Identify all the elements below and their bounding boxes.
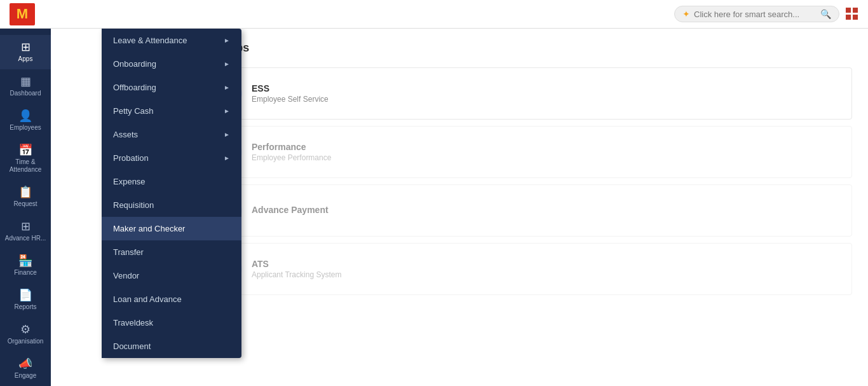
dropdown-item-maker-checker[interactable]: Maker and Checker bbox=[102, 217, 241, 240]
dropdown-item-offboarding[interactable]: Offboarding ► bbox=[102, 76, 241, 99]
sidebar-label-organisation: Organisation bbox=[8, 338, 44, 345]
dropdown-item-loan-advance[interactable]: Loan and Advance bbox=[102, 287, 241, 311]
organisation-icon: ⚙ bbox=[20, 324, 31, 335]
dropdown-item-assets[interactable]: Assets ► bbox=[102, 123, 241, 146]
sidebar-label-employees: Employees bbox=[10, 124, 41, 132]
app-card-advance-payment[interactable]: 💳 Advance Payment bbox=[203, 184, 852, 237]
logo-letter: M bbox=[17, 7, 28, 21]
dropdown-item-traveldesk[interactable]: Traveldesk bbox=[102, 311, 241, 334]
sidebar-label-reports: Reports bbox=[14, 303, 36, 311]
sidebar-label-apps: Apps bbox=[18, 55, 33, 63]
app-card-ats[interactable]: 📂 ATS Applicant Tracking System bbox=[203, 243, 852, 295]
sidebar-item-dashboard[interactable]: ▦ Dashboard bbox=[0, 69, 51, 104]
sidebar-item-apps[interactable]: ⊞ Apps bbox=[0, 35, 51, 69]
reports-icon: 📄 bbox=[18, 289, 32, 301]
arrow-icon: ► bbox=[224, 60, 230, 67]
header-right: ✦ 🔍 bbox=[674, 6, 858, 22]
advance-hr-icon: ⊞ bbox=[21, 221, 31, 232]
app-info-ats: ATS Applicant Tracking System bbox=[252, 259, 341, 279]
search-bar[interactable]: ✦ 🔍 bbox=[674, 6, 839, 22]
app-info-performance: Performance Employee Performance bbox=[252, 142, 331, 162]
sidebar-label-finance: Finance bbox=[14, 269, 37, 277]
dropdown-item-document[interactable]: Document bbox=[102, 334, 241, 358]
sidebar-item-time-attendance[interactable]: 📅 Time &Attendance bbox=[0, 138, 51, 180]
app-card-performance[interactable]: 📊 Performance Employee Performance bbox=[203, 126, 852, 178]
dropdown-item-onboarding[interactable]: Onboarding ► bbox=[102, 52, 241, 76]
engage-icon: 📣 bbox=[18, 358, 32, 369]
arrow-icon: ► bbox=[224, 131, 230, 138]
app-name-advance-payment: Advance Payment bbox=[252, 205, 329, 215]
app-logo[interactable]: M bbox=[10, 3, 35, 25]
dropdown-item-leave-attendance[interactable]: Leave & Attendance ► bbox=[102, 29, 241, 52]
dropdown-item-transfer[interactable]: Transfer bbox=[102, 240, 241, 264]
app-desc-ats: Applicant Tracking System bbox=[252, 270, 341, 279]
sidebar-item-finance[interactable]: 🏪 Finance bbox=[0, 249, 51, 283]
sidebar-item-advance-hr[interactable]: ⊞ Advance HR... bbox=[0, 214, 51, 249]
search-input[interactable] bbox=[694, 10, 817, 19]
arrow-icon: ► bbox=[224, 155, 230, 162]
app-info-advance-payment: Advance Payment bbox=[252, 205, 329, 216]
sidebar-label-time: Time &Attendance bbox=[10, 158, 42, 174]
grid-icon[interactable] bbox=[846, 8, 858, 20]
dropdown-item-requisition[interactable]: Requisition bbox=[102, 193, 241, 217]
sidebar-label-engage: Engage bbox=[15, 372, 36, 380]
apps-icon: ⊞ bbox=[21, 41, 31, 53]
sidebar: ⊞ Apps ▦ Dashboard 👤 Employees 📅 Time &A… bbox=[0, 29, 51, 386]
sidebar-label-dashboard: Dashboard bbox=[10, 90, 41, 97]
finance-icon: 🏪 bbox=[18, 255, 32, 266]
dashboard-icon: ▦ bbox=[20, 76, 31, 87]
employees-icon: 👤 bbox=[18, 110, 32, 121]
time-icon: 📅 bbox=[18, 144, 32, 156]
app-desc-ess: Employee Self Service bbox=[252, 95, 329, 104]
main-layout: ⊞ Apps ▦ Dashboard 👤 Employees 📅 Time &A… bbox=[0, 29, 868, 386]
dropdown-item-probation[interactable]: Probation ► bbox=[102, 146, 241, 170]
top-header: M ✦ 🔍 bbox=[0, 0, 868, 29]
app-info-ess: ESS Employee Self Service bbox=[252, 83, 329, 104]
arrow-icon: ► bbox=[224, 37, 230, 44]
sidebar-item-request[interactable]: 📋 Request bbox=[0, 180, 51, 214]
content-area: Leave & Attendance ► Onboarding ► Offboa… bbox=[51, 29, 868, 386]
app-card-ess[interactable]: 👤 ESS Employee Self Service bbox=[203, 67, 852, 120]
dropdown-item-petty-cash[interactable]: Petty Cash ► bbox=[102, 99, 241, 123]
arrow-icon: ► bbox=[224, 84, 230, 91]
dropdown-item-vendor[interactable]: Vendor bbox=[102, 264, 241, 287]
app-name-ats: ATS bbox=[252, 259, 341, 269]
sidebar-item-organisation[interactable]: ⚙ Organisation bbox=[0, 317, 51, 352]
arrow-icon: ► bbox=[224, 107, 230, 114]
sidebar-label-request: Request bbox=[13, 200, 37, 208]
sidebar-item-reports[interactable]: 📄 Reports bbox=[0, 283, 51, 317]
star-icon: ✦ bbox=[682, 9, 690, 19]
request-icon: 📋 bbox=[18, 186, 32, 198]
app-desc-performance: Employee Performance bbox=[252, 153, 331, 162]
page-title: All Apps bbox=[203, 41, 852, 55]
dropdown-menu: Leave & Attendance ► Onboarding ► Offboa… bbox=[102, 29, 241, 358]
app-name-performance: Performance bbox=[252, 142, 331, 152]
dropdown-item-expense[interactable]: Expense bbox=[102, 170, 241, 193]
app-name-ess: ESS bbox=[252, 83, 329, 93]
sidebar-item-employees[interactable]: 👤 Employees bbox=[0, 104, 51, 138]
sidebar-item-engage[interactable]: 📣 Engage bbox=[0, 352, 51, 386]
search-button[interactable]: 🔍 bbox=[820, 9, 831, 19]
header-icons bbox=[846, 8, 858, 20]
sidebar-label-advance-hr: Advance HR... bbox=[5, 235, 46, 242]
